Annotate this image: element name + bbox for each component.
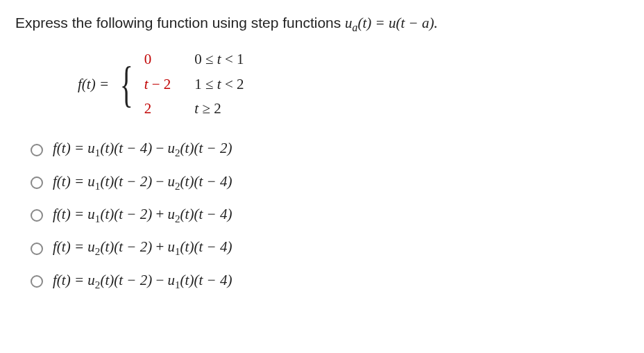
opt-sub2: 1 [175, 279, 180, 290]
option-1-text: f(t) = u1(t)(t − 4) − u2(t)(t − 2) [53, 138, 232, 161]
case3-expr: 2 [144, 99, 171, 119]
opt-u2: u [168, 140, 176, 156]
left-brace: { [120, 63, 133, 106]
option-1[interactable]: f(t) = u1(t)(t − 4) − u2(t)(t − 2) [31, 138, 629, 161]
case1-expr: 0 [144, 49, 171, 69]
opt-arg2: (t)(t − 4) [180, 206, 232, 222]
opt-u2: u [168, 272, 176, 288]
question-prefix: Express the following function using ste… [15, 15, 345, 31]
opt-lhs: f(t) = [53, 206, 87, 222]
opt-arg2: (t)(t − 2) [180, 140, 232, 156]
opt-u1: u [87, 238, 95, 255]
opt-u2: u [168, 206, 176, 222]
piecewise-function: f(t) = { 0 0 ≤ t < 1 t − 2 1 ≤ t < 2 2 t… [78, 49, 629, 119]
case2-expr: t − 2 [144, 74, 171, 95]
opt-arg2: (t)(t − 4) [180, 272, 232, 288]
opt-u2: u [168, 238, 176, 255]
option-4-text: f(t) = u2(t)(t − 2) + u1(t)(t − 4) [53, 237, 232, 259]
opt-lhs: f(t) = [53, 140, 87, 156]
opt-lhs: f(t) = [53, 238, 87, 255]
radio-icon[interactable] [31, 243, 43, 255]
case2-cond: 1 ≤ t < 2 [194, 74, 244, 95]
opt-sub2: 1 [175, 247, 180, 258]
radio-icon[interactable] [31, 275, 43, 288]
option-2-text: f(t) = u1(t)(t − 2) − u2(t)(t − 4) [53, 172, 232, 194]
opt-arg1: (t)(t − 2) [100, 272, 152, 288]
opt-op: − [152, 140, 167, 156]
option-3[interactable]: f(t) = u1(t)(t − 2) + u2(t)(t − 4) [31, 204, 629, 227]
options-list: f(t) = u1(t)(t − 4) − u2(t)(t − 2) f(t) … [31, 138, 629, 293]
opt-lhs: f(t) = [53, 272, 87, 288]
option-5-text: f(t) = u2(t)(t − 2) − u1(t)(t − 4) [53, 270, 232, 293]
case1-cond: 0 ≤ t < 1 [194, 49, 244, 69]
option-4[interactable]: f(t) = u2(t)(t − 2) + u1(t)(t − 4) [31, 237, 629, 259]
piecewise-lhs: f(t) = [78, 74, 109, 95]
radio-icon[interactable] [31, 144, 43, 156]
option-2[interactable]: f(t) = u1(t)(t − 2) − u2(t)(t − 4) [31, 172, 629, 194]
opt-lhs: f(t) = [53, 173, 87, 190]
opt-op: + [152, 238, 167, 255]
cases-grid: 0 0 ≤ t < 1 t − 2 1 ≤ t < 2 2 t ≥ 2 [144, 49, 244, 119]
opt-op: − [152, 272, 167, 288]
radio-icon[interactable] [31, 209, 43, 222]
u-symbol: u [345, 15, 353, 31]
case3-cond: t ≥ 2 [194, 99, 244, 119]
opt-arg1: (t)(t − 2) [100, 173, 152, 190]
opt-op: + [152, 206, 167, 222]
question-prompt: Express the following function using ste… [15, 13, 629, 35]
radio-icon[interactable] [31, 176, 43, 189]
opt-sub2: 2 [175, 181, 180, 192]
opt-u1: u [87, 272, 95, 288]
opt-arg2: (t)(t − 4) [180, 173, 232, 190]
opt-arg1: (t)(t − 2) [100, 206, 152, 222]
piecewise-lhs-text: f(t) = [78, 76, 109, 92]
opt-u1: u [87, 206, 95, 222]
opt-u1: u [87, 173, 95, 190]
option-3-text: f(t) = u1(t)(t − 2) + u2(t)(t − 4) [53, 204, 232, 227]
notation-rest: (t) = u(t − a). [357, 15, 437, 31]
opt-sub2: 2 [175, 148, 180, 159]
opt-arg1: (t)(t − 2) [100, 238, 152, 255]
opt-arg1: (t)(t − 4) [100, 140, 152, 156]
opt-u1: u [87, 140, 95, 156]
opt-sub2: 2 [175, 213, 180, 224]
opt-u2: u [168, 173, 176, 190]
opt-op: − [152, 173, 167, 190]
opt-arg2: (t)(t − 4) [180, 238, 232, 255]
option-5[interactable]: f(t) = u2(t)(t − 2) − u1(t)(t − 4) [31, 270, 629, 293]
